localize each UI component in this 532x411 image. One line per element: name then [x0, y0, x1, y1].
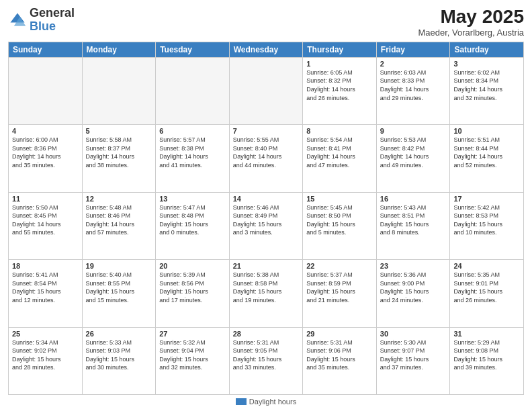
- day-number: 15: [306, 195, 373, 203]
- day-info: Sunrise: 5:50 AM Sunset: 8:45 PM Dayligh…: [12, 203, 79, 237]
- day-info: Sunrise: 5:54 AM Sunset: 8:41 PM Dayligh…: [306, 136, 373, 169]
- title-block: May 2025 Maeder, Vorarlberg, Austria: [418, 7, 524, 38]
- week-row-3: 11Sunrise: 5:50 AM Sunset: 8:45 PM Dayli…: [9, 192, 524, 259]
- day-number: 19: [86, 262, 152, 270]
- day-cell-2: 2Sunrise: 6:03 AM Sunset: 8:33 PM Daylig…: [376, 57, 450, 124]
- calendar-table: SundayMondayTuesdayWednesdayThursdayFrid…: [8, 42, 524, 395]
- day-cell-empty: [9, 57, 83, 124]
- day-cell-8: 8Sunrise: 5:54 AM Sunset: 8:41 PM Daylig…: [303, 125, 377, 192]
- logo-icon: [8, 11, 27, 30]
- day-number: 22: [306, 262, 373, 270]
- day-cell-21: 21Sunrise: 5:38 AM Sunset: 8:58 PM Dayli…: [229, 260, 303, 327]
- day-cell-22: 22Sunrise: 5:37 AM Sunset: 8:59 PM Dayli…: [303, 260, 377, 327]
- month-title: May 2025: [418, 7, 524, 28]
- day-info: Sunrise: 5:33 AM Sunset: 9:03 PM Dayligh…: [86, 338, 152, 372]
- day-info: Sunrise: 5:32 AM Sunset: 9:04 PM Dayligh…: [159, 338, 226, 372]
- day-number: 29: [306, 330, 373, 338]
- day-cell-26: 26Sunrise: 5:33 AM Sunset: 9:03 PM Dayli…: [82, 327, 156, 394]
- day-cell-20: 20Sunrise: 5:39 AM Sunset: 8:56 PM Dayli…: [156, 260, 230, 327]
- day-number: 25: [12, 330, 79, 338]
- weekday-header-row: SundayMondayTuesdayWednesdayThursdayFrid…: [9, 42, 524, 57]
- day-number: 4: [12, 127, 79, 135]
- day-cell-empty: [156, 57, 230, 124]
- day-cell-16: 16Sunrise: 5:43 AM Sunset: 8:51 PM Dayli…: [376, 192, 450, 259]
- day-info: Sunrise: 6:00 AM Sunset: 8:36 PM Dayligh…: [12, 136, 79, 169]
- day-cell-6: 6Sunrise: 5:57 AM Sunset: 8:38 PM Daylig…: [156, 125, 230, 192]
- day-number: 17: [453, 195, 520, 203]
- day-info: Sunrise: 5:31 AM Sunset: 9:06 PM Dayligh…: [306, 338, 373, 372]
- weekday-header-sunday: Sunday: [9, 42, 83, 57]
- day-cell-25: 25Sunrise: 5:34 AM Sunset: 9:02 PM Dayli…: [9, 327, 83, 394]
- footer-label: Daylight hours: [249, 398, 296, 406]
- day-cell-3: 3Sunrise: 6:02 AM Sunset: 8:34 PM Daylig…: [450, 57, 524, 124]
- day-info: Sunrise: 5:42 AM Sunset: 8:53 PM Dayligh…: [453, 203, 520, 237]
- weekday-header-friday: Friday: [376, 42, 450, 57]
- day-info: Sunrise: 5:43 AM Sunset: 8:51 PM Dayligh…: [380, 203, 447, 237]
- day-info: Sunrise: 5:55 AM Sunset: 8:40 PM Dayligh…: [233, 136, 300, 169]
- day-number: 30: [380, 330, 447, 338]
- day-info: Sunrise: 6:05 AM Sunset: 8:32 PM Dayligh…: [306, 68, 373, 102]
- day-info: Sunrise: 6:02 AM Sunset: 8:34 PM Dayligh…: [453, 68, 520, 102]
- day-number: 16: [380, 195, 447, 203]
- day-number: 26: [86, 330, 152, 338]
- weekday-header-wednesday: Wednesday: [229, 42, 303, 57]
- day-number: 14: [233, 195, 300, 203]
- day-number: 28: [233, 330, 300, 338]
- day-info: Sunrise: 5:41 AM Sunset: 8:54 PM Dayligh…: [12, 271, 79, 304]
- day-number: 27: [159, 330, 226, 338]
- day-info: Sunrise: 5:37 AM Sunset: 8:59 PM Dayligh…: [306, 271, 373, 304]
- day-info: Sunrise: 5:36 AM Sunset: 9:00 PM Dayligh…: [380, 271, 447, 304]
- day-cell-24: 24Sunrise: 5:35 AM Sunset: 9:01 PM Dayli…: [450, 260, 524, 327]
- logo: General Blue: [8, 7, 75, 34]
- day-info: Sunrise: 6:03 AM Sunset: 8:33 PM Dayligh…: [380, 68, 447, 102]
- week-row-5: 25Sunrise: 5:34 AM Sunset: 9:02 PM Dayli…: [9, 327, 524, 394]
- day-number: 5: [86, 127, 152, 135]
- day-cell-30: 30Sunrise: 5:30 AM Sunset: 9:07 PM Dayli…: [376, 327, 450, 394]
- day-number: 18: [12, 262, 79, 270]
- day-number: 9: [380, 127, 447, 135]
- day-cell-1: 1Sunrise: 6:05 AM Sunset: 8:32 PM Daylig…: [303, 57, 377, 124]
- week-row-4: 18Sunrise: 5:41 AM Sunset: 8:54 PM Dayli…: [9, 260, 524, 327]
- day-info: Sunrise: 5:35 AM Sunset: 9:01 PM Dayligh…: [453, 271, 520, 304]
- day-info: Sunrise: 5:34 AM Sunset: 9:02 PM Dayligh…: [12, 338, 79, 372]
- day-cell-15: 15Sunrise: 5:45 AM Sunset: 8:50 PM Dayli…: [303, 192, 377, 259]
- day-cell-31: 31Sunrise: 5:29 AM Sunset: 9:08 PM Dayli…: [450, 327, 524, 394]
- day-number: 3: [453, 60, 520, 68]
- logo-blue-text: Blue: [30, 19, 56, 33]
- day-number: 12: [86, 195, 152, 203]
- day-cell-4: 4Sunrise: 6:00 AM Sunset: 8:36 PM Daylig…: [9, 125, 83, 192]
- day-number: 31: [453, 330, 520, 338]
- day-cell-13: 13Sunrise: 5:47 AM Sunset: 8:48 PM Dayli…: [156, 192, 230, 259]
- day-info: Sunrise: 5:58 AM Sunset: 8:37 PM Dayligh…: [86, 136, 152, 169]
- day-info: Sunrise: 5:40 AM Sunset: 8:55 PM Dayligh…: [86, 271, 152, 304]
- day-info: Sunrise: 5:48 AM Sunset: 8:46 PM Dayligh…: [86, 203, 152, 237]
- daylight-bar-icon: [236, 398, 247, 405]
- day-number: 1: [306, 60, 373, 68]
- day-number: 13: [159, 195, 226, 203]
- day-cell-7: 7Sunrise: 5:55 AM Sunset: 8:40 PM Daylig…: [229, 125, 303, 192]
- day-number: 11: [12, 195, 79, 203]
- day-cell-9: 9Sunrise: 5:53 AM Sunset: 8:42 PM Daylig…: [376, 125, 450, 192]
- day-info: Sunrise: 5:47 AM Sunset: 8:48 PM Dayligh…: [159, 203, 226, 237]
- day-number: 6: [159, 127, 226, 135]
- day-info: Sunrise: 5:53 AM Sunset: 8:42 PM Dayligh…: [380, 136, 447, 169]
- day-info: Sunrise: 5:29 AM Sunset: 9:08 PM Dayligh…: [453, 338, 520, 372]
- day-number: 21: [233, 262, 300, 270]
- weekday-header-saturday: Saturday: [450, 42, 524, 57]
- week-row-2: 4Sunrise: 6:00 AM Sunset: 8:36 PM Daylig…: [9, 125, 524, 192]
- day-info: Sunrise: 5:45 AM Sunset: 8:50 PM Dayligh…: [306, 203, 373, 237]
- day-info: Sunrise: 5:46 AM Sunset: 8:49 PM Dayligh…: [233, 203, 300, 237]
- day-cell-14: 14Sunrise: 5:46 AM Sunset: 8:49 PM Dayli…: [229, 192, 303, 259]
- weekday-header-monday: Monday: [82, 42, 156, 57]
- day-cell-18: 18Sunrise: 5:41 AM Sunset: 8:54 PM Dayli…: [9, 260, 83, 327]
- weekday-header-tuesday: Tuesday: [156, 42, 230, 57]
- day-cell-29: 29Sunrise: 5:31 AM Sunset: 9:06 PM Dayli…: [303, 327, 377, 394]
- day-info: Sunrise: 5:31 AM Sunset: 9:05 PM Dayligh…: [233, 338, 300, 372]
- day-info: Sunrise: 5:38 AM Sunset: 8:58 PM Dayligh…: [233, 271, 300, 304]
- day-info: Sunrise: 5:51 AM Sunset: 8:44 PM Dayligh…: [453, 136, 520, 169]
- header: General Blue May 2025 Maeder, Vorarlberg…: [8, 7, 524, 38]
- footer: Daylight hours: [8, 395, 524, 406]
- day-cell-10: 10Sunrise: 5:51 AM Sunset: 8:44 PM Dayli…: [450, 125, 524, 192]
- day-number: 23: [380, 262, 447, 270]
- day-info: Sunrise: 5:57 AM Sunset: 8:38 PM Dayligh…: [159, 136, 226, 169]
